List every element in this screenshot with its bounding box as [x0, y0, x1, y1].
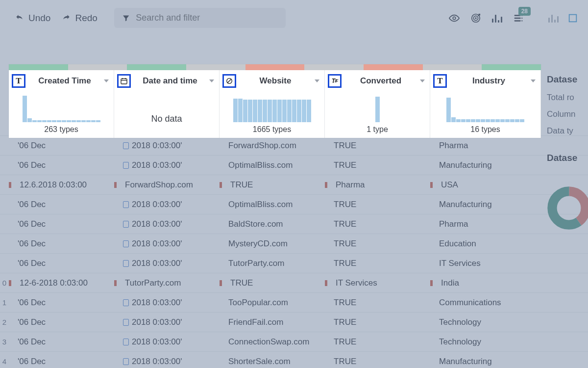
- cell[interactable]: Manufacturing: [430, 357, 541, 367]
- chevron-down-icon[interactable]: [209, 79, 214, 82]
- cell[interactable]: TRUE: [325, 219, 430, 229]
- cell-text: 2018 0:03:00': [132, 298, 182, 308]
- redo-button[interactable]: Redo: [58, 11, 100, 26]
- cell[interactable]: 2018 0:03:00': [114, 239, 220, 249]
- cell[interactable]: '06 Dec: [9, 219, 114, 229]
- cell[interactable]: TRUE: [325, 298, 430, 308]
- cell[interactable]: '06 Dec: [9, 337, 114, 347]
- cell[interactable]: '06 Dec: [9, 239, 114, 249]
- cell[interactable]: MysteryCD.com: [220, 239, 325, 249]
- cell[interactable]: Technology: [430, 337, 541, 347]
- cell[interactable]: '06 Dec: [9, 160, 114, 170]
- cell[interactable]: OptimalBliss.com: [220, 200, 325, 210]
- cell[interactable]: Pharma: [430, 219, 541, 229]
- search-input[interactable]: [136, 13, 278, 23]
- cell[interactable]: Education: [430, 239, 541, 249]
- cell[interactable]: ConnectionSwap.com: [220, 337, 325, 347]
- cell[interactable]: Pharma: [430, 141, 541, 151]
- cell[interactable]: '06 Dec: [9, 259, 114, 268]
- side-header-dataset2: Datase: [547, 153, 588, 163]
- table-row[interactable]: '06 Dec2018 0:03:00'BaldStore.comTRUEPha…: [0, 214, 588, 234]
- cell[interactable]: TRUE: [220, 278, 325, 288]
- cell[interactable]: IT Services: [430, 259, 541, 268]
- chevron-down-icon[interactable]: [531, 79, 536, 82]
- cell[interactable]: TutorParty.com: [220, 259, 325, 268]
- cell[interactable]: TRUE: [325, 317, 430, 327]
- cell-text: Pharma: [439, 141, 468, 151]
- col-head-website[interactable]: Website: [220, 70, 325, 92]
- cell[interactable]: Manufacturing: [430, 200, 541, 210]
- cell[interactable]: 2018 0:03:00': [114, 357, 220, 367]
- cell[interactable]: 2018 0:03:00': [114, 259, 220, 268]
- chart-button[interactable]: [548, 14, 559, 23]
- table-row[interactable]: '06 Dec2018 0:03:00'TutorParty.comTRUEIT…: [0, 254, 588, 273]
- cell[interactable]: TooPopular.com: [220, 298, 325, 308]
- target-button[interactable]: [470, 13, 481, 24]
- cell[interactable]: TRUE: [325, 259, 430, 268]
- cell[interactable]: USA: [430, 180, 541, 190]
- table-row[interactable]: 3'06 Dec2018 0:03:00'ConnectionSwap.comT…: [0, 332, 588, 352]
- cell[interactable]: Manufacturing: [430, 160, 541, 170]
- cell[interactable]: Technology: [430, 317, 541, 327]
- chevron-down-icon[interactable]: [420, 79, 425, 82]
- cell[interactable]: '06 Dec: [9, 200, 114, 210]
- chevron-down-icon[interactable]: [315, 79, 319, 82]
- cell[interactable]: '06 Dec: [9, 357, 114, 367]
- cell[interactable]: TRUE: [325, 357, 430, 367]
- stats-button[interactable]: [492, 14, 502, 23]
- cell[interactable]: 12.6.2018 0:03:00: [9, 180, 114, 190]
- visibility-button[interactable]: [449, 13, 460, 24]
- cell[interactable]: 2018 0:03:00': [114, 298, 220, 308]
- cell[interactable]: TutorParty.com: [114, 278, 220, 288]
- cell-text: 2018 0:03:00': [132, 239, 182, 249]
- cell[interactable]: TRUE: [325, 200, 430, 210]
- cell[interactable]: TRUE: [325, 160, 430, 170]
- chevron-down-icon[interactable]: [104, 79, 109, 82]
- table-row[interactable]: 2'06 Dec2018 0:03:00'FriendFail.comTRUET…: [0, 313, 588, 332]
- cell[interactable]: '06 Dec: [9, 298, 114, 308]
- col-head-converted[interactable]: T/F Converted: [325, 70, 430, 92]
- side-data-types: Data ty: [547, 126, 588, 136]
- cell[interactable]: 12-6-2018 0:03:00: [9, 278, 114, 288]
- cell[interactable]: BaldStore.com: [220, 219, 325, 229]
- table-row[interactable]: 4'06 Dec2018 0:03:00'ShorterSale.comTRUE…: [0, 352, 588, 368]
- cell[interactable]: 2018 0:03:00': [114, 160, 220, 170]
- cell[interactable]: FriendFail.com: [220, 317, 325, 327]
- cell[interactable]: IT Services: [325, 278, 430, 288]
- side-columns: Column: [547, 109, 588, 119]
- table-row[interactable]: 12.6.2018 0:03:00ForwardShop.comTRUEPhar…: [0, 175, 588, 195]
- cell[interactable]: Pharma: [325, 180, 430, 190]
- cell[interactable]: India: [430, 278, 541, 288]
- cell[interactable]: '06 Dec: [9, 317, 114, 327]
- cell-text: Pharma: [336, 180, 365, 190]
- cell[interactable]: 2018 0:03:00': [114, 200, 220, 210]
- cell[interactable]: TRUE: [325, 239, 430, 249]
- list-button[interactable]: 28: [513, 13, 524, 24]
- extra-button[interactable]: [567, 13, 578, 24]
- table-row[interactable]: '06 Dec2018 0:03:00'OptimalBliss.comTRUE…: [0, 156, 588, 175]
- search-wrap[interactable]: [114, 8, 286, 28]
- cell[interactable]: TRUE: [325, 141, 430, 151]
- table-row[interactable]: '06 Dec2018 0:03:00'ForwardShop.comTRUEP…: [0, 136, 588, 156]
- col-head-industry[interactable]: T Industry: [430, 70, 541, 92]
- undo-button[interactable]: Undo: [12, 11, 53, 26]
- table-row[interactable]: '06 Dec2018 0:03:00'MysteryCD.comTRUEEdu…: [0, 234, 588, 254]
- cell-text: '06 Dec: [18, 259, 46, 268]
- cell[interactable]: TRUE: [325, 337, 430, 347]
- cell[interactable]: TRUE: [220, 180, 325, 190]
- cell[interactable]: ShorterSale.com: [220, 357, 325, 367]
- cell[interactable]: 2018 0:03:00': [114, 337, 220, 347]
- cell[interactable]: 2018 0:03:00': [114, 317, 220, 327]
- table-row[interactable]: 012-6-2018 0:03:00TutorParty.comTRUEIT S…: [0, 273, 588, 293]
- cell[interactable]: Communications: [430, 298, 541, 308]
- cell[interactable]: 2018 0:03:00': [114, 141, 220, 151]
- table-row[interactable]: '06 Dec2018 0:03:00'OptimalBliss.comTRUE…: [0, 195, 588, 214]
- col-head-created-time[interactable]: T Created Time: [9, 70, 114, 92]
- cell[interactable]: '06 Dec: [9, 141, 114, 151]
- cell[interactable]: 2018 0:03:00': [114, 219, 220, 229]
- cell[interactable]: OptimalBliss.com: [220, 160, 325, 170]
- cell[interactable]: ForwardShop.com: [114, 180, 220, 190]
- table-row[interactable]: 1'06 Dec2018 0:03:00'TooPopular.comTRUEC…: [0, 293, 588, 313]
- cell[interactable]: ForwardShop.com: [220, 141, 325, 151]
- col-head-datetime[interactable]: Date and time: [114, 70, 220, 92]
